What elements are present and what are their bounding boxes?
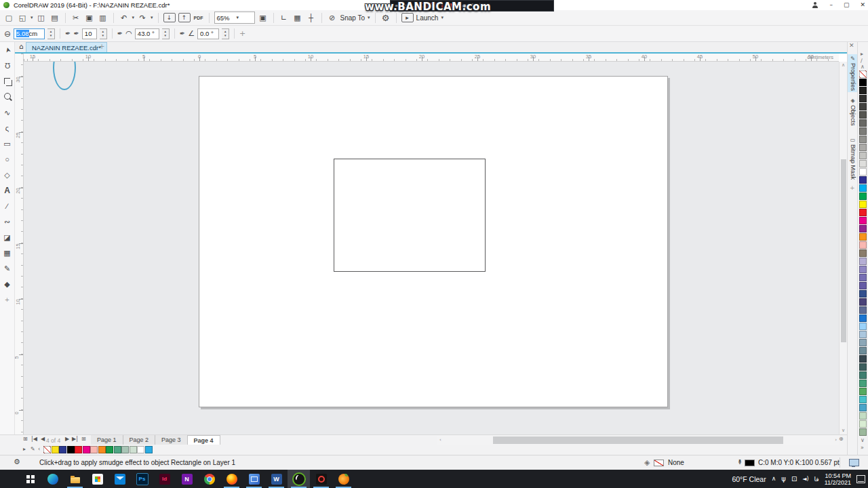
previous-page-button[interactable]: ◀ [41, 436, 45, 442]
color-swatch[interactable] [859, 217, 867, 224]
language-indicator[interactable]: فا [814, 476, 819, 483]
palette-pen-icon[interactable]: ∕ [861, 58, 863, 64]
color-swatch[interactable] [859, 136, 867, 143]
color-eyedropper-tool[interactable]: ✎ [1, 263, 14, 274]
nib-size-field[interactable]: 5.08 cm [14, 28, 45, 39]
rectangle-object[interactable] [334, 159, 486, 272]
rectangle-tool[interactable]: ▭ [1, 138, 14, 149]
import-button[interactable]: ↓ [163, 13, 176, 22]
pen-pressure-icon[interactable]: ✒ [65, 30, 71, 37]
nib-angle-spinner[interactable] [162, 28, 170, 39]
open-button[interactable]: ◱ [17, 12, 28, 24]
undo-dropdown-icon[interactable]: ▾ [132, 16, 135, 20]
taskbar-edge[interactable] [41, 470, 64, 488]
color-swatch[interactable] [859, 176, 867, 184]
save-button[interactable]: ◫ [36, 12, 47, 24]
color-swatch[interactable] [859, 111, 867, 119]
snap-to-caret-icon[interactable]: ▾ [368, 16, 370, 20]
close-docker-icon[interactable]: ✕ [849, 43, 854, 49]
snap-off-button[interactable]: ⊘ [327, 12, 338, 24]
taskbar-start[interactable] [19, 470, 41, 488]
color-swatch[interactable] [859, 266, 867, 273]
color-swatch[interactable] [859, 274, 867, 281]
taskbar-bandicam[interactable] [310, 470, 332, 488]
dryout-spinner[interactable] [100, 28, 107, 39]
show-guidelines-button[interactable]: ┼ [306, 12, 317, 24]
docker-tab-bitmap-mask[interactable]: ▭Bitmap Mask [848, 136, 858, 181]
crop-tool[interactable] [1, 76, 14, 87]
document-color-swatch[interactable] [130, 446, 137, 453]
color-swatch[interactable] [859, 119, 867, 127]
snap-to-button[interactable]: Snap To [340, 14, 366, 22]
dimension-tool[interactable]: ∕ [1, 201, 14, 211]
first-page-button[interactable]: |◀ [31, 436, 37, 442]
last-page-button[interactable]: ▶| [72, 436, 78, 442]
document-color-swatch[interactable] [137, 446, 144, 453]
palette-eyedropper-icon[interactable]: ✎ [31, 447, 35, 452]
shape-smudge-tool[interactable]: Ω [1, 60, 14, 71]
undo-button[interactable]: ↶ [119, 12, 130, 24]
docker-tab-objects[interactable]: ◈Objects [848, 96, 858, 127]
document-color-swatch[interactable] [106, 446, 113, 453]
color-swatch[interactable] [859, 347, 867, 354]
document-color-swatch[interactable] [52, 446, 59, 453]
drawing-canvas[interactable] [24, 62, 839, 434]
add-page-after-button[interactable]: ⊞ [81, 436, 86, 442]
ellipse-tool[interactable]: ○ [1, 154, 14, 165]
document-color-swatch[interactable] [98, 446, 106, 453]
full-screen-preview-button[interactable]: ▣ [258, 12, 269, 24]
pen-tilt-icon[interactable]: ✒ [117, 30, 123, 37]
color-swatch[interactable] [859, 420, 867, 428]
scroll-left-icon[interactable]: ‹ [439, 438, 441, 443]
color-swatch[interactable] [859, 201, 867, 208]
color-swatch[interactable] [859, 70, 867, 78]
close-button[interactable]: ✕ [860, 2, 865, 8]
palette-scroll-down-icon[interactable]: ∨ [861, 438, 865, 443]
color-swatch[interactable] [859, 233, 867, 241]
document-tab[interactable]: NAZANIN REZAEE.cdr* [26, 42, 107, 52]
page-tab-page-2[interactable]: Page 2 [123, 435, 156, 445]
volume-tray-icon[interactable]: ◄) [802, 476, 808, 482]
color-swatch[interactable] [859, 79, 867, 86]
nib-size-spinner[interactable] [47, 28, 55, 39]
options-button[interactable]: ⚙ [380, 12, 391, 24]
dryout-field[interactable]: 10 [82, 28, 97, 39]
color-swatch[interactable] [859, 298, 867, 306]
color-swatch[interactable] [859, 388, 867, 395]
launch-caret-icon[interactable]: ▾ [441, 16, 443, 20]
vertical-scrollbar[interactable]: ∧ ∨ [839, 62, 847, 434]
color-swatch[interactable] [859, 127, 867, 135]
color-swatch[interactable] [859, 258, 867, 265]
page-tab-page-1[interactable]: Page 1 [91, 435, 123, 445]
minimize-button[interactable]: – [829, 2, 833, 8]
document-color-swatch[interactable] [75, 446, 82, 453]
taskbar-coreldraw[interactable] [288, 470, 310, 488]
action-center-icon[interactable] [856, 475, 865, 483]
maximize-button[interactable]: ▢ [844, 2, 850, 8]
bearing-spinner[interactable] [222, 28, 229, 39]
vertical-ruler[interactable]: 302520151050 [15, 54, 24, 434]
color-swatch[interactable] [859, 241, 867, 249]
horizontal-ruler[interactable]: centimeters 151050510152025303540455055 [24, 54, 839, 62]
scroll-right-icon[interactable]: › [835, 438, 837, 443]
palette-options-icon[interactable]: ▸ [861, 52, 863, 57]
color-swatch[interactable] [859, 380, 867, 387]
drop-shadow-tool[interactable]: ◪ [1, 232, 14, 243]
color-swatch[interactable] [859, 249, 867, 257]
account-icon[interactable] [812, 2, 818, 9]
color-swatch[interactable] [859, 152, 867, 159]
redo-dropdown-icon[interactable]: ▾ [151, 16, 153, 20]
color-swatch[interactable] [859, 290, 867, 298]
palette-scroll-left-icon[interactable]: ‹ [38, 447, 40, 452]
color-swatch[interactable] [859, 184, 867, 192]
connector-tool[interactable]: ∾ [1, 216, 14, 227]
interactive-fill-tool[interactable]: ◆ [1, 279, 14, 289]
taskbar-onenote[interactable] [176, 470, 198, 488]
next-page-button[interactable]: ▶ [65, 436, 69, 442]
redo-button[interactable]: ↷ [137, 12, 148, 24]
color-swatch[interactable] [859, 404, 867, 411]
polygon-tool[interactable]: ◇ [1, 169, 14, 180]
color-swatch[interactable] [859, 412, 867, 420]
document-color-swatch[interactable] [43, 446, 51, 453]
taskbar-photo-paint[interactable] [332, 470, 355, 488]
